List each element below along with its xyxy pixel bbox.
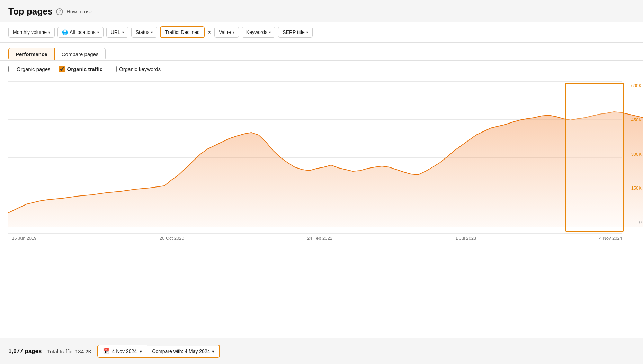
value-filter[interactable]: Value ▾ [214, 27, 239, 38]
organic-keywords-label: Organic keywords [119, 66, 161, 72]
tabs-row: Performance Compare pages [8, 48, 635, 60]
y-axis: 600K 450K 300K 150K 0 [624, 81, 643, 227]
traffic-filter[interactable]: Traffic: Declined [160, 26, 204, 38]
date-group: 📅 4 Nov 2024 ▾ Compare with: 4 May 2024 … [97, 345, 220, 358]
y-label-150k: 150K [625, 185, 642, 191]
chevron-down-icon: ▾ [151, 30, 153, 34]
header: Top pages ? How to use [0, 0, 643, 22]
y-label-450k: 450K [625, 117, 642, 122]
chevron-down-icon: ▾ [48, 30, 50, 34]
organic-traffic-checkbox-item[interactable]: Organic traffic [59, 66, 103, 72]
organic-traffic-checkbox[interactable] [59, 66, 65, 72]
organic-pages-checkbox[interactable] [8, 66, 14, 72]
traffic-filter-close[interactable]: × [207, 29, 212, 35]
tabs-section: Performance Compare pages [0, 43, 643, 61]
x-label-2: 24 Feb 2022 [307, 236, 332, 241]
organic-keywords-checkbox[interactable] [111, 66, 117, 72]
grid-line [8, 233, 622, 234]
chart-container: 600K 450K 300K 150K 0 [8, 81, 643, 234]
x-label-1: 20 Oct 2020 [160, 236, 184, 241]
chevron-down-icon: ▾ [306, 30, 308, 34]
keywords-filter[interactable]: Keywords ▾ [242, 27, 275, 38]
filter-bar: Monthly volume ▾ 🌐 All locations ▾ URL ▾… [0, 22, 643, 43]
tab-compare-pages[interactable]: Compare pages [55, 48, 106, 60]
date-label: 4 Nov 2024 [112, 348, 137, 354]
status-filter[interactable]: Status ▾ [131, 27, 158, 38]
organic-traffic-label: Organic traffic [67, 66, 103, 72]
page-wrapper: Top pages ? How to use Monthly volume ▾ … [0, 0, 643, 364]
how-to-use-link[interactable]: How to use [66, 9, 92, 15]
chevron-down-icon: ▾ [140, 348, 142, 354]
chevron-down-icon: ▾ [122, 30, 124, 34]
pages-count: 1,077 pages [8, 348, 42, 355]
checkboxes-row: Organic pages Organic traffic Organic ke… [0, 61, 643, 78]
calendar-icon: 📅 [103, 348, 109, 354]
help-icon[interactable]: ? [56, 8, 63, 15]
x-label-0: 16 Jun 2019 [12, 236, 37, 241]
chart-area: 600K 450K 300K 150K 0 16 Jun 2019 20 Oct… [0, 78, 643, 338]
serp-title-filter[interactable]: SERP title ▾ [278, 27, 313, 38]
chart-svg [8, 81, 643, 227]
chevron-down-icon: ▾ [269, 30, 271, 34]
organic-keywords-checkbox-item[interactable]: Organic keywords [111, 66, 161, 72]
x-axis: 16 Jun 2019 20 Oct 2020 24 Feb 2022 1 Ju… [8, 234, 643, 241]
footer-bar: 1,077 pages Total traffic: 184.2K 📅 4 No… [0, 338, 643, 364]
chart-area-fill [8, 112, 643, 227]
date-selector[interactable]: 📅 4 Nov 2024 ▾ [98, 345, 148, 357]
chevron-down-icon: ▾ [212, 348, 214, 354]
compare-selector[interactable]: Compare with: 4 May 2024 ▾ [147, 346, 219, 357]
compare-label: Compare with: 4 May 2024 [152, 348, 210, 354]
url-filter[interactable]: URL ▾ [106, 27, 128, 38]
page-title: Top pages [8, 6, 53, 17]
y-label-300k: 300K [625, 152, 642, 157]
x-label-4: 4 Nov 2024 [599, 236, 622, 241]
organic-pages-label: Organic pages [17, 66, 51, 72]
all-locations-filter[interactable]: 🌐 All locations ▾ [57, 27, 104, 38]
tab-performance[interactable]: Performance [8, 48, 55, 60]
y-label-600k: 600K [625, 83, 642, 88]
y-label-0: 0 [625, 220, 642, 225]
x-label-3: 1 Jul 2023 [455, 236, 476, 241]
chevron-down-icon: ▾ [97, 30, 99, 34]
monthly-volume-filter[interactable]: Monthly volume ▾ [8, 27, 55, 38]
total-traffic: Total traffic: 184.2K [47, 348, 91, 354]
organic-pages-checkbox-item[interactable]: Organic pages [8, 66, 51, 72]
chevron-down-icon: ▾ [233, 30, 234, 34]
globe-icon: 🌐 [62, 29, 68, 35]
